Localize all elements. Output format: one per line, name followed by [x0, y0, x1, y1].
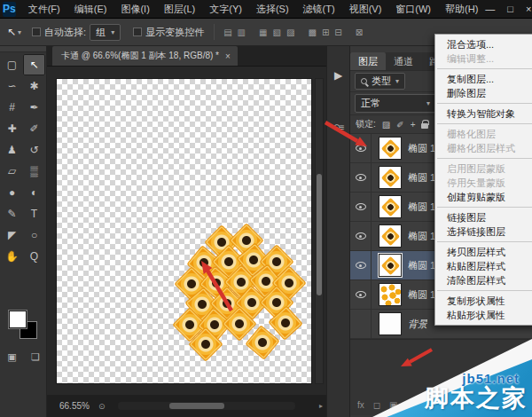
show-transform-checkbox[interactable]: [133, 28, 142, 36]
tab-close-icon[interactable]: ×: [225, 51, 231, 61]
context-menu-item[interactable]: 复制图层...: [435, 72, 532, 86]
align-icon[interactable]: ⊞: [319, 28, 332, 37]
lock-image-pixels-icon[interactable]: ✐: [396, 120, 403, 130]
auto-select-checkbox[interactable]: [32, 28, 41, 36]
align-icon[interactable]: ▨: [284, 28, 297, 37]
context-menu-item[interactable]: 选择链接图层: [435, 224, 532, 239]
tool-button[interactable]: ✚: [1, 118, 23, 139]
status-info-icon[interactable]: ⊙: [98, 402, 106, 411]
tool-button[interactable]: ▱: [1, 161, 23, 182]
context-menu-item[interactable]: 栅格化图层样式: [435, 141, 532, 155]
blend-mode-dropdown[interactable]: 正常 ▾: [355, 94, 436, 113]
visibility-toggle[interactable]: [350, 163, 372, 192]
visibility-toggle[interactable]: [350, 222, 372, 250]
tool-button[interactable]: ∽: [1, 75, 23, 97]
lock-transparent-pixels-icon[interactable]: ▨: [382, 120, 390, 130]
menubar-item[interactable]: 图像(I): [113, 0, 156, 19]
tool-button[interactable]: ✱: [23, 75, 45, 97]
tool-button[interactable]: #: [1, 97, 23, 118]
context-menu-item[interactable]: 创建剪贴蒙版: [435, 190, 532, 204]
tool-button[interactable]: ♟: [1, 139, 23, 161]
menubar-item[interactable]: 编辑(E): [67, 0, 114, 19]
tool-button[interactable]: ↖: [23, 54, 45, 75]
tool-button[interactable]: ◤: [1, 224, 23, 246]
tool-button[interactable]: ✒: [23, 97, 45, 118]
context-menu-item[interactable]: 删除图层: [435, 86, 532, 100]
align-icon[interactable]: ▦: [256, 28, 270, 37]
layer-thumbnail[interactable]: [379, 283, 402, 306]
panel-footer-icon[interactable]: ❏: [407, 400, 415, 410]
tool-button[interactable]: ↺: [23, 139, 45, 161]
align-icon[interactable]: ▤: [221, 28, 234, 37]
layer-thumbnail[interactable]: [379, 137, 402, 160]
menubar-item[interactable]: 帮助(H): [438, 0, 485, 19]
tool-button[interactable]: ✎: [1, 203, 23, 224]
context-menu-item[interactable]: 栅格化图层: [435, 127, 532, 141]
lock-position-icon[interactable]: +: [411, 120, 416, 130]
visibility-toggle[interactable]: [350, 251, 372, 279]
layer-thumbnail[interactable]: [379, 312, 402, 335]
tool-button[interactable]: ◐: [23, 182, 45, 203]
align-icon[interactable]: ▩: [305, 28, 318, 37]
maximize-button[interactable]: □: [507, 0, 513, 19]
horizontal-scrollbar[interactable]: [118, 402, 295, 410]
zoom-level[interactable]: 66.55%: [59, 401, 90, 411]
context-menu-item[interactable]: 停用矢量蒙版: [435, 176, 532, 190]
panel-tab[interactable]: 通道: [386, 52, 421, 70]
panel-footer-icon[interactable]: fx: [357, 400, 364, 410]
filter-kind-dropdown[interactable]: 类型 ▾: [355, 73, 405, 90]
menubar-item[interactable]: 选择(S): [249, 0, 296, 19]
panel-footer-icon[interactable]: ◻: [373, 400, 380, 410]
tool-button[interactable]: ▢: [1, 54, 23, 75]
layer-thumbnail[interactable]: [379, 195, 402, 218]
align-icon[interactable]: ⊠: [353, 28, 365, 37]
align-icon[interactable]: ▧: [270, 28, 284, 37]
layer-thumbnail[interactable]: [379, 254, 402, 277]
visibility-toggle[interactable]: [350, 280, 372, 309]
context-menu-item[interactable]: 粘贴图层样式: [435, 259, 532, 273]
context-menu-item[interactable]: 粘贴形状属性: [435, 308, 532, 322]
canvas-transparency-checkerboard[interactable]: [56, 78, 312, 384]
tool-button[interactable]: ▒: [23, 161, 45, 182]
menubar-item[interactable]: 视图(V): [342, 0, 389, 19]
horizontal-scrollbar-thumb[interactable]: [169, 403, 224, 409]
menubar-item[interactable]: 文字(Y): [202, 0, 249, 19]
tool-button[interactable]: ○: [23, 224, 45, 246]
scroll-arrow-icon[interactable]: ▸: [319, 402, 323, 410]
lock-all-icon[interactable]: [421, 123, 428, 129]
screen-mode-icon[interactable]: ❏: [31, 351, 40, 363]
menubar-item[interactable]: 文件(F): [21, 0, 67, 19]
align-icon[interactable]: ⊟: [332, 28, 344, 37]
tool-button[interactable]: Q: [23, 246, 45, 267]
layer-thumbnail[interactable]: [379, 224, 402, 248]
document-tab[interactable]: 卡通 @ 66.6%(椭圆 1 副本 18, RGB/8) * ×: [52, 46, 238, 66]
tool-button[interactable]: T: [23, 203, 45, 224]
auto-select-dropdown[interactable]: 组 ▾: [90, 24, 121, 41]
visibility-toggle[interactable]: [350, 310, 372, 338]
context-menu-item[interactable]: 启用图层蒙版: [435, 161, 532, 176]
tool-preset-caret-icon[interactable]: ▾: [18, 28, 21, 36]
panel-footer-icon[interactable]: ▣: [389, 400, 397, 410]
layer-thumbnail[interactable]: [379, 166, 402, 189]
context-menu-item[interactable]: 复制形状属性: [435, 294, 532, 308]
tool-button[interactable]: ✐: [23, 118, 45, 139]
context-menu-item[interactable]: 清除图层样式: [435, 273, 532, 287]
context-menu-item[interactable]: 编辑调整...: [435, 51, 532, 66]
minimize-button[interactable]: —: [485, 0, 495, 19]
menubar-item[interactable]: 窗口(W): [388, 0, 438, 19]
tools-panel-grip[interactable]: [0, 46, 46, 52]
context-menu-item[interactable]: 拷贝图层样式: [435, 245, 532, 259]
tool-button[interactable]: ●: [1, 182, 23, 203]
foreground-color-swatch[interactable]: [9, 311, 27, 328]
context-menu-item[interactable]: 转换为智能对象: [435, 106, 532, 121]
close-button[interactable]: ×: [526, 0, 531, 19]
tool-button[interactable]: ✋: [1, 246, 23, 267]
expand-panels-icon[interactable]: ▶: [327, 69, 349, 82]
context-menu-item[interactable]: 链接图层: [435, 210, 532, 224]
align-icon[interactable]: ▥: [235, 28, 248, 37]
context-menu-item[interactable]: 混合选项...: [435, 37, 532, 51]
visibility-toggle[interactable]: [350, 193, 372, 221]
menubar-item[interactable]: 图层(L): [157, 0, 202, 19]
menubar-item[interactable]: 滤镜(T): [296, 0, 342, 19]
quick-mask-icon[interactable]: ▣: [7, 351, 16, 363]
